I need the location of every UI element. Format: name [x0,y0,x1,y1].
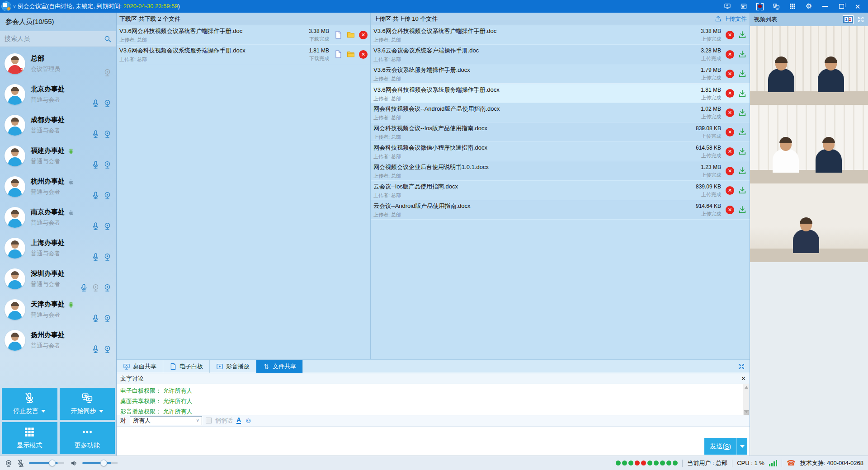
send-button[interactable]: 发送(S) [704,438,747,455]
expand-icon[interactable] [738,363,745,370]
download-icon[interactable] [738,166,747,175]
delete-icon[interactable]: ✕ [726,167,734,175]
delete-icon[interactable]: ✕ [726,31,734,39]
tab-桌面共享[interactable]: 桌面共享 [117,360,163,373]
upload-file-row[interactable]: V3.6网会科技视频会议系统服务端操作手册.docx 上传者: 总部 1.81 … [371,84,750,103]
participant-row[interactable]: ⚿ 南京办事处 普通与会者 [0,203,116,234]
webcam-icon[interactable] [103,283,112,292]
delete-icon[interactable]: ✕ [726,186,734,195]
delete-icon[interactable]: ✕ [726,50,734,59]
scroll-down-icon[interactable] [745,410,748,413]
tab-电子白板[interactable]: 电子白板 [163,360,210,373]
open-folder-icon[interactable] [346,50,355,59]
webcam-icon[interactable] [103,99,112,108]
minimize-icon[interactable] [819,1,831,11]
download-icon[interactable] [738,50,747,59]
webcam-disabled-icon[interactable] [91,283,100,292]
recipient-select[interactable]: 所有人˅ [130,416,202,425]
tab-影音播放[interactable]: 影音播放 [210,360,256,373]
delete-icon[interactable]: ✕ [359,31,368,39]
emoji-icon[interactable]: ☺ [245,417,252,424]
participant-row[interactable]: ⚿ 天津办事处 普通与会者 [0,296,116,326]
upload-file-row[interactable]: 云会议--Ios版产品使用指南.docx 上传者: 总部 839.09 KB 上… [371,181,750,200]
download-icon[interactable] [738,186,747,195]
layout-1-2-icon[interactable]: 12 [843,15,854,24]
tab-文件共享[interactable]: 文件共享 [256,360,303,373]
net-sync-icon[interactable] [770,1,782,11]
mic-icon[interactable] [91,160,100,169]
upload-file-row[interactable]: V3.6云会议系统服务端操作手册.docx 上传者: 总部 1.79 MB 上传… [371,64,750,84]
delete-icon[interactable]: ✕ [726,89,734,98]
delete-icon[interactable]: ✕ [726,108,734,117]
chat-input-area[interactable]: 发送(S) [117,427,750,456]
webcam-icon[interactable] [103,345,112,353]
download-icon[interactable] [738,205,747,214]
download-icon[interactable] [738,108,747,117]
mic-muted-status-icon[interactable] [17,459,25,467]
mic-icon[interactable] [91,130,100,138]
upload-file-button[interactable]: 上传文件 [715,15,747,23]
upload-file-row[interactable]: V3.6网会科技视频会议系统客户端操作手册.doc 上传者: 总部 3.38 M… [371,25,750,45]
download-file-row[interactable]: V3.6网会科技视频会议系统服务端操作手册.docx 上传者: 总部 1.81 … [117,45,370,64]
upload-file-row[interactable]: 云会议--Android版产品使用指南.docx 上传者: 总部 914.64 … [371,200,750,220]
download-icon[interactable] [738,89,747,98]
delete-icon[interactable]: ✕ [726,206,734,214]
webcam-icon[interactable] [103,160,112,169]
webcam-icon[interactable] [103,253,112,261]
doc-file-icon[interactable] [334,30,343,39]
chat-scrollbar[interactable] [743,384,750,415]
mic-muted-button[interactable]: 停止发言 [2,388,57,420]
download-file-row[interactable]: V3.6网会科技视频会议系统客户端操作手册.doc 上传者: 总部 3.38 M… [117,25,370,45]
whisper-checkbox[interactable] [206,418,212,423]
participant-row[interactable]: ⚿ 总部 会议管理员 [0,50,116,80]
more-button[interactable]: 更多功能 [60,422,115,454]
close-icon[interactable]: ✕ [741,375,746,382]
mic-volume-slider[interactable] [29,462,58,464]
participant-row[interactable]: ⚿ 福建办事处 普通与会者 [0,142,116,173]
send-options-caret[interactable] [736,438,747,455]
delete-icon[interactable]: ✕ [726,147,734,156]
search-input[interactable]: 搜索人员 [0,31,116,47]
participant-row[interactable]: ⚿ 扬州办事处 普通与会者 [0,326,116,357]
delete-icon[interactable]: ✕ [359,50,368,59]
chevron-down-icon[interactable]: ˅ [13,4,16,9]
download-icon[interactable] [738,30,747,39]
webcam-disabled-icon[interactable] [103,68,112,77]
participant-row[interactable]: ⚿ 杭州办事处 普通与会者 [0,173,116,203]
search-icon[interactable] [104,35,112,43]
display-mode-button[interactable]: 显示模式 [2,422,57,454]
mic-icon[interactable] [91,314,100,323]
chevron-down-icon[interactable] [99,410,104,413]
app-window-icon[interactable] [738,1,750,11]
record-icon[interactable] [754,1,766,11]
video-thumbnail[interactable] [750,105,868,183]
participant-row[interactable]: ⚿ 北京办事处 普通与会者 [0,80,116,111]
mic-icon[interactable] [91,345,100,353]
participant-row[interactable]: ⚿ 深圳办事处 普通与会者 [0,265,116,296]
speaker-volume-slider[interactable] [82,462,111,464]
close-icon[interactable]: ✕ [852,1,863,11]
video-thumbnail[interactable] [750,26,868,105]
maximize-icon[interactable] [835,1,847,11]
mic-icon[interactable] [80,283,88,292]
download-icon[interactable] [738,69,747,78]
video-thumbnail[interactable] [750,183,868,262]
scroll-up-icon[interactable] [745,386,748,389]
chevron-down-icon[interactable] [41,410,46,413]
grid-icon[interactable] [787,1,798,11]
mic-icon[interactable] [91,99,100,108]
webcam-icon[interactable] [103,191,112,200]
upload-file-row[interactable]: 网会科技视频会议--Android版产品使用指南.docx 上传者: 总部 1.… [371,103,750,122]
doc-file-icon[interactable] [334,50,343,59]
speaker-icon[interactable] [70,459,78,467]
upload-file-row[interactable]: 网会科技视频会议微信小程序快速指南.docx 上传者: 总部 614.58 KB… [371,142,750,161]
download-icon[interactable] [738,127,747,136]
expand-icon[interactable] [857,16,864,23]
delete-icon[interactable]: ✕ [726,70,734,78]
delete-icon[interactable]: ✕ [726,128,734,136]
webcam-icon[interactable] [103,222,112,230]
mic-icon[interactable] [91,222,100,230]
font-color-icon[interactable]: A [236,417,241,424]
webcam-status-icon[interactable] [5,459,13,467]
download-icon[interactable] [738,147,747,156]
